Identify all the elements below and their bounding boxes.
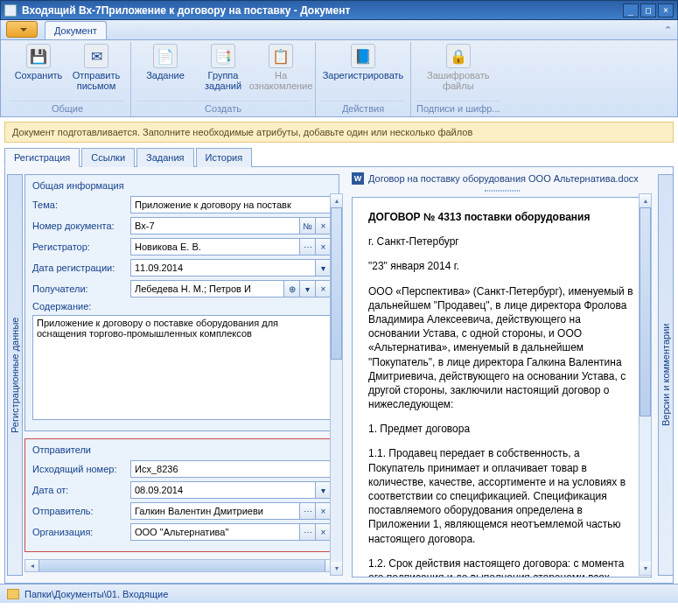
docnum-input[interactable]	[130, 217, 300, 234]
scroll-thumb[interactable]	[640, 207, 651, 416]
scroll-left-icon[interactable]: ◂	[25, 560, 38, 571]
recipients-label: Получатели:	[32, 284, 130, 294]
register-icon: 📘	[351, 44, 375, 68]
sender-input[interactable]	[130, 502, 300, 520]
ribbon-group-sign: 🔒 Зашифровать файлы Подписи и шифр...	[411, 42, 506, 116]
task-group-icon: 📑	[211, 44, 235, 68]
detail-tabstrip: Регистрация Ссылки Задания История	[4, 147, 674, 167]
recipients-input[interactable]	[130, 280, 284, 298]
doc-para: ООО «Перспектива» (Санкт-Петербург), име…	[368, 284, 635, 412]
datefrom-input[interactable]	[130, 481, 316, 499]
group-title: Общая информация	[32, 180, 332, 191]
ribbon-group-title: Действия	[321, 101, 405, 116]
task-button[interactable]: 📄 Задание	[136, 42, 194, 91]
regdate-input[interactable]	[130, 259, 316, 276]
review-icon: 📋	[269, 44, 293, 68]
ribbon-group-title: Подписи и шифр...	[416, 101, 500, 116]
doc-date: "23" января 2014 г.	[368, 259, 635, 273]
form-pane: Регистрационные данные Общая информация …	[5, 167, 346, 583]
regdate-label: Дата регистрации:	[32, 262, 130, 273]
scroll-thumb[interactable]	[331, 207, 342, 360]
preview-filename: Договор на поставку оборудования ООО Аль…	[368, 173, 639, 184]
ribbon-collapse-icon[interactable]: ⌃	[664, 20, 672, 39]
task-group-button[interactable]: 📑 Группа заданий	[194, 42, 252, 91]
document-preview: ДОГОВОР № 4313 поставки оборудования г. …	[352, 197, 652, 578]
ribbon-group-actions: 📘 Зарегистрировать Действия	[316, 42, 411, 116]
app-menu-button[interactable]	[6, 21, 38, 38]
lock-icon: 🔒	[446, 44, 471, 68]
form-vertical-scrollbar[interactable]: ▴ ▾	[330, 193, 343, 576]
encrypt-button: 🔒 Зашифровать файлы	[421, 42, 496, 91]
word-icon: W	[352, 172, 364, 185]
outnum-input[interactable]	[130, 460, 332, 478]
scroll-down-icon[interactable]: ▾	[640, 562, 651, 575]
senders-group: Отправители Исходящий номер: Дата от: ▾ …	[24, 438, 339, 552]
registrar-label: Регистратор:	[32, 242, 130, 252]
content-area: Регистрационные данные Общая информация …	[4, 167, 674, 584]
app-icon	[4, 4, 17, 17]
form-horizontal-scrollbar[interactable]: ◂ ▸	[24, 559, 339, 572]
window-title: Входящий Вх-7Приложение к договору на по…	[22, 4, 621, 17]
docnum-generate-button[interactable]: №	[300, 217, 316, 234]
scroll-up-icon[interactable]: ▴	[640, 194, 651, 207]
task-icon: 📄	[153, 44, 178, 68]
tab-history[interactable]: История	[196, 148, 253, 167]
vtab-registration-data[interactable]: Регистрационные данные	[7, 174, 23, 576]
tab-registration[interactable]: Регистрация	[4, 148, 80, 167]
mail-icon: ✉	[84, 44, 108, 68]
doc-para: 1.1. Продавец передает в собственность, …	[368, 446, 635, 545]
register-button[interactable]: 📘 Зарегистрировать	[321, 42, 405, 80]
group-title: Отправители	[32, 444, 332, 455]
ribbon-group-title: Общие	[10, 101, 125, 116]
vtab-versions-comments[interactable]: Версии и комментарии	[658, 174, 674, 576]
scroll-thumb[interactable]	[38, 560, 325, 571]
minimize-button[interactable]: _	[623, 4, 639, 18]
content-label: Содержание:	[32, 301, 130, 312]
preview-pane: W Договор на поставку оборудования ООО А…	[346, 167, 673, 583]
maximize-button[interactable]: □	[640, 4, 656, 18]
org-lookup-button[interactable]: ⋯	[300, 523, 316, 541]
sender-lookup-button[interactable]: ⋯	[300, 502, 316, 520]
ribbon-tab-document[interactable]: Документ	[45, 21, 107, 39]
org-label: Организация:	[32, 527, 130, 537]
status-bar: Папки\Документы\01. Входящие	[0, 584, 678, 603]
subject-label: Тема:	[32, 200, 130, 210]
send-mail-button[interactable]: ✉ Отправить письмом	[67, 42, 125, 91]
ribbon-group-title: Создать	[136, 101, 310, 116]
save-button[interactable]: 💾 Сохранить	[10, 42, 67, 91]
content-textarea[interactable]	[32, 315, 332, 420]
tab-tasks[interactable]: Задания	[136, 148, 193, 167]
ribbon-body: 💾 Сохранить ✉ Отправить письмом Общие 📄 …	[0, 40, 678, 117]
outnum-label: Исходящий номер:	[32, 464, 130, 474]
datefrom-label: Дата от:	[32, 485, 130, 495]
scroll-up-icon[interactable]: ▴	[331, 194, 342, 207]
doc-para: 1.2. Срок действия настоящего договора: …	[368, 556, 635, 578]
ribbon-group-create: 📄 Задание 📑 Группа заданий 📋 На ознакомл…	[131, 42, 316, 116]
splitter-grip[interactable]	[352, 188, 652, 193]
doc-heading: ДОГОВОР № 4313 поставки оборудования	[368, 210, 635, 224]
tab-links[interactable]: Ссылки	[81, 148, 135, 167]
close-button[interactable]: ×	[658, 4, 674, 18]
status-path: Папки\Документы\01. Входящие	[24, 589, 168, 599]
general-info-group: Общая информация Тема: Номер документа: …	[24, 174, 339, 431]
preview-vertical-scrollbar[interactable]: ▴ ▾	[639, 193, 652, 576]
scroll-down-icon[interactable]: ▾	[331, 562, 342, 575]
review-button: 📋 На ознакомление	[252, 42, 310, 91]
folder-icon	[7, 589, 19, 599]
doc-section-title: 1. Предмет договора	[368, 422, 635, 436]
ribbon-group-common: 💾 Сохранить ✉ Отправить письмом Общие	[4, 42, 131, 116]
docnum-label: Номер документа:	[32, 220, 130, 231]
subject-input[interactable]	[130, 196, 332, 214]
window-titlebar: Входящий Вх-7Приложение к договору на по…	[0, 0, 678, 20]
org-input[interactable]	[130, 523, 300, 541]
recipients-dropdown-button[interactable]: ▾	[300, 280, 316, 298]
preview-file-header[interactable]: W Договор на поставку оборудования ООО А…	[352, 172, 652, 185]
registrar-input[interactable]	[130, 238, 300, 256]
save-icon: 💾	[26, 44, 51, 68]
info-bar: Документ подготавливается. Заполните нео…	[4, 122, 674, 143]
recipients-expand-button[interactable]: ⊕	[284, 280, 300, 298]
ribbon-tabstrip: Документ ⌃	[0, 20, 678, 40]
doc-city: г. Санкт-Петербург	[368, 234, 635, 248]
registrar-lookup-button[interactable]: ⋯	[300, 238, 316, 256]
sender-label: Отправитель:	[32, 506, 130, 516]
